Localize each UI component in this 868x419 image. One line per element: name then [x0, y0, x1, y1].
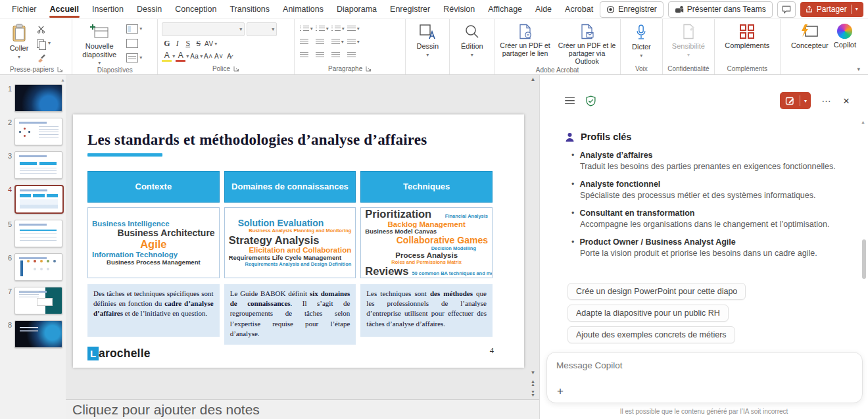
dialog-launcher-icon[interactable]: [233, 66, 239, 72]
bullets-button[interactable]: ▾: [299, 23, 314, 35]
slide-thumbnail-5[interactable]: 5: [4, 220, 66, 247]
panel-scroll-up[interactable]: ▲: [861, 120, 865, 124]
slide-layout-button[interactable]: ▾: [125, 23, 143, 35]
more-options-button[interactable]: …: [821, 96, 832, 105]
clear-formatting-button[interactable]: A̷: [224, 51, 234, 62]
tab-enregistrer[interactable]: Enregistrer: [383, 1, 437, 18]
tab-revision[interactable]: Révision: [437, 1, 481, 18]
slide-page-number[interactable]: 4: [490, 346, 494, 356]
tab-affichage[interactable]: Affichage: [481, 1, 529, 18]
new-chat-dropdown-chevron[interactable]: ▾: [800, 98, 811, 104]
addins-button[interactable]: Compléments: [725, 22, 769, 50]
cut-button[interactable]: [36, 23, 52, 35]
slide-canvas[interactable]: Les standards et méthodologies d’analyse…: [73, 114, 524, 368]
tab-insertion[interactable]: Insertion: [85, 1, 130, 18]
create-pdf-link-button[interactable]: Créer un PDF et partager le lien: [499, 22, 552, 57]
comments-button[interactable]: [777, 1, 796, 18]
canvas-scrollbar[interactable]: ▲ ▼ ▲▲ ▼▼: [529, 76, 537, 397]
close-panel-button[interactable]: ×: [843, 95, 850, 107]
thumbnail-scroll-up[interactable]: ▲: [60, 78, 65, 82]
share-dropdown-chevron[interactable]: ▾: [856, 7, 858, 12]
domaines-wordcloud[interactable]: Solution Evaluation Business Analysis Pl…: [224, 207, 356, 278]
dialog-launcher-icon[interactable]: [57, 66, 63, 72]
font-size-select[interactable]: ▾: [247, 22, 277, 36]
slide-thumbnail-1[interactable]: 1: [4, 84, 66, 112]
techniques-wordcloud[interactable]: PrioritizationFinancial Analysis Backlog…: [360, 207, 493, 278]
slide-thumbnail-8[interactable]: 8: [4, 320, 66, 348]
suggestion-chip[interactable]: Crée un design PowerPoint pour cette dia…: [567, 283, 746, 300]
tab-transitions[interactable]: Transitions: [223, 1, 276, 18]
tab-fichier[interactable]: Fichier: [5, 1, 43, 18]
text-direction-button[interactable]: ▾: [346, 36, 362, 48]
align-center-button[interactable]: [314, 49, 330, 61]
align-right-button[interactable]: [330, 49, 346, 61]
designer-button[interactable]: Concepteur: [791, 22, 829, 50]
text-highlight-button[interactable]: A: [162, 51, 172, 62]
underline-button[interactable]: S: [183, 38, 193, 49]
dialog-launcher-icon[interactable]: [366, 66, 372, 72]
new-slide-button[interactable]: Nouvelle diapositive ▾: [76, 22, 122, 66]
format-painter-button[interactable]: [36, 52, 52, 64]
reset-slide-button[interactable]: [125, 37, 143, 49]
numbering-button[interactable]: ▾: [314, 23, 330, 35]
slide-thumbnail-6[interactable]: 6: [4, 253, 66, 281]
scroll-up-arrow[interactable]: ▲: [531, 76, 536, 82]
add-attachment-button[interactable]: +: [557, 385, 564, 397]
section-button[interactable]: ▾: [125, 52, 143, 64]
grow-font-button[interactable]: A˄: [203, 51, 213, 62]
suggestion-chip[interactable]: Adapte la diapositive pour un public RH: [567, 305, 729, 322]
techniques-textbox[interactable]: Les techniques sont des méthodes que les…: [360, 284, 493, 337]
scroll-down-arrow[interactable]: ▼: [531, 370, 536, 376]
column-header-domaines[interactable]: Domaines de connaissances: [224, 171, 356, 203]
next-slide-button[interactable]: ▼▼: [531, 390, 535, 397]
tab-acrobat[interactable]: Acrobat: [558, 1, 600, 18]
character-spacing-button[interactable]: AV: [204, 38, 214, 49]
menu-icon[interactable]: [565, 97, 575, 105]
draw-button[interactable]: Dessin ▾: [416, 22, 439, 58]
align-left-button[interactable]: [299, 49, 314, 61]
editing-button[interactable]: Édition ▾: [461, 22, 483, 58]
decrease-indent-button[interactable]: [299, 36, 314, 48]
record-button[interactable]: Enregistrer: [600, 1, 663, 18]
tab-diaporama[interactable]: Diaporama: [330, 1, 383, 18]
bold-button[interactable]: G: [162, 38, 172, 49]
collapse-ribbon-chevron[interactable]: ▾: [857, 66, 860, 72]
column-header-techniques[interactable]: Techniques: [360, 171, 493, 203]
columns-button[interactable]: ▾: [330, 36, 346, 48]
italic-button[interactable]: I: [172, 38, 182, 49]
slide-thumbnail-3[interactable]: 3: [4, 151, 66, 179]
share-button[interactable]: Partager ▾: [800, 2, 863, 17]
tab-accueil[interactable]: Accueil: [43, 1, 85, 18]
copy-button[interactable]: ▾: [36, 37, 52, 49]
tab-animations[interactable]: Animations: [276, 1, 330, 18]
increase-indent-button[interactable]: [314, 36, 330, 48]
font-name-select[interactable]: ▾: [162, 22, 245, 36]
contexte-wordcloud[interactable]: Business Intelligence Business Architect…: [87, 207, 220, 278]
copilot-ribbon-button[interactable]: Copilot: [834, 22, 856, 49]
tab-aide[interactable]: Aide: [529, 1, 558, 18]
indent-list-button[interactable]: ▾: [330, 23, 346, 35]
font-color-button[interactable]: A: [176, 51, 185, 62]
suggestion-chip[interactable]: Ajoute des exemples concrets de métiers: [567, 326, 735, 343]
tab-dessin[interactable]: Dessin: [130, 1, 168, 18]
tab-conception[interactable]: Conception: [168, 1, 223, 18]
copilot-message-input[interactable]: Message Copilot +: [546, 352, 863, 403]
new-chat-split-button[interactable]: ▾: [780, 92, 811, 109]
slide-thumbnail-7[interactable]: 7: [4, 287, 66, 314]
paste-button[interactable]: Coller ▾: [5, 22, 33, 60]
slide-thumbnail-2[interactable]: 2: [4, 118, 66, 145]
contexte-textbox[interactable]: Des tâches et techniques spécifiques son…: [87, 284, 220, 337]
justify-button[interactable]: [346, 49, 362, 61]
create-pdf-outlook-button[interactable]: Créer un PDF et le partager via Outlook: [558, 22, 616, 65]
previous-slide-button[interactable]: ▲▲: [531, 380, 535, 386]
present-in-teams-button[interactable]: Présenter dans Teams: [668, 1, 773, 18]
shrink-font-button[interactable]: A˅: [214, 51, 224, 62]
notes-pane[interactable]: Cliquez pour ajouter des notes: [66, 399, 539, 419]
shield-check-icon[interactable]: [585, 95, 596, 107]
panel-scrollbar-thumb[interactable]: [862, 239, 866, 279]
line-spacing-button[interactable]: ▾: [346, 23, 362, 35]
slide-title[interactable]: Les standards et méthodologies d’analyse…: [87, 132, 493, 149]
domaines-textbox[interactable]: Le Guide BABOK définit six domaines de c…: [224, 284, 356, 345]
dictate-button[interactable]: Dicter ▾: [632, 22, 651, 59]
slide-thumbnail-4-selected[interactable]: 4: [4, 185, 66, 214]
